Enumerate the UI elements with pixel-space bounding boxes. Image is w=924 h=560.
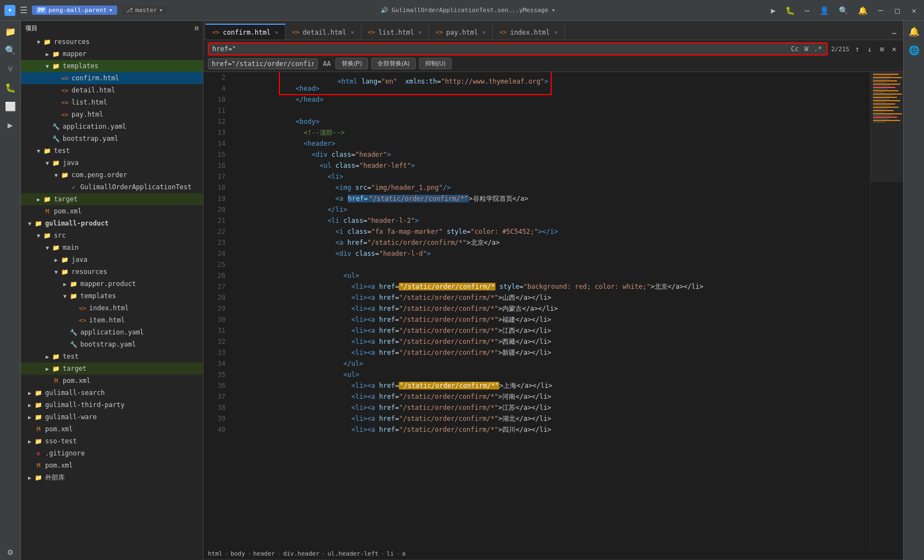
run-button[interactable]: ▶ <box>769 5 778 16</box>
tree-item-product-src[interactable]: ▼ 📁 src <box>21 229 203 241</box>
tree-item-gulimall-third-party[interactable]: ▶ 📁 gulimall-third-party <box>21 399 203 411</box>
tree-item-product-target[interactable]: ▶ 📁 target <box>21 363 203 375</box>
tree-item-resources[interactable]: ▼ 📁 resources <box>21 36 203 48</box>
breadcrumb-ul-header-left[interactable]: ul.header-left <box>327 550 378 557</box>
replace-preserve-case-icon[interactable]: AA <box>321 59 332 68</box>
find-prev-button[interactable]: ↑ <box>853 43 861 54</box>
search-titlebar-icon[interactable]: 🔍 <box>837 5 850 16</box>
tab-index-html[interactable]: <> index.html ✕ <box>493 24 565 40</box>
debug-button[interactable]: 🐛 <box>783 5 797 16</box>
breadcrumb-body[interactable]: body <box>230 550 245 557</box>
tree-item-test[interactable]: ▼ 📁 test <box>21 145 203 157</box>
tree-item-bootstrap-yaml[interactable]: ▶ 🔧 bootstrap.yaml <box>21 133 203 145</box>
activity-extensions[interactable]: ⬜ <box>2 98 19 114</box>
tab-close-button[interactable]: ✕ <box>419 29 422 35</box>
regex-icon[interactable]: .* <box>812 45 823 53</box>
tab-detail-html[interactable]: <> detail.html ✕ <box>285 24 361 40</box>
breadcrumb-header[interactable]: header <box>253 550 275 557</box>
tree-item-product-pom[interactable]: ▶ M pom.xml <box>21 375 203 387</box>
tab-close-button[interactable]: ✕ <box>351 29 354 35</box>
tree-item-templates[interactable]: ▼ 📁 templates <box>21 60 203 72</box>
activity-run[interactable]: ▶ <box>2 117 19 133</box>
tree-item-pom-xml[interactable]: ▶ M pom.xml <box>21 205 203 217</box>
tree-item-gulimall-search[interactable]: ▶ 📁 gulimall-search <box>21 387 203 399</box>
tree-item-confirm-html[interactable]: ▶ <> confirm.html <box>21 72 203 84</box>
tree-item-gulimall-ware[interactable]: ▶ 📁 gulimall-ware <box>21 411 203 423</box>
tab-close-button[interactable]: ✕ <box>275 29 278 35</box>
tree-item-product-app-yaml[interactable]: ▶ 🔧 application.yaml <box>21 326 203 338</box>
activity-settings[interactable]: ⚙ <box>2 543 19 560</box>
tree-item-root-pom[interactable]: ▶ M pom.xml <box>21 423 203 435</box>
tab-confirm-html[interactable]: <> confirm.html ✕ <box>206 24 285 40</box>
tree-item-mapper[interactable]: ▶ 📁 mapper <box>21 48 203 60</box>
tree-item-product-java[interactable]: ▶ 📁 java <box>21 254 203 266</box>
tree-item-detail-html[interactable]: ▶ <> detail.html <box>21 84 203 96</box>
tree-item-product-test[interactable]: ▶ 📁 test <box>21 350 203 363</box>
tree-item-product-boot-yaml[interactable]: ▶ 🔧 bootstrap.yaml <box>21 338 203 350</box>
right-sidebar-remote[interactable]: 🌐 <box>906 42 922 58</box>
tree-item-com-peng-order[interactable]: ▼ 📁 com.peng.order <box>21 169 203 181</box>
tab-overflow-button[interactable]: ⋯ <box>888 26 901 40</box>
replace-input[interactable] <box>212 60 314 68</box>
tab-list-html[interactable]: <> list.html ✕ <box>361 24 429 40</box>
folder-icon: 📁 <box>52 51 61 58</box>
tree-item-gitignore[interactable]: ▶ ⊘ .gitignore <box>21 447 203 459</box>
activity-git[interactable]: ⑂ <box>2 61 19 77</box>
tree-item-list-html[interactable]: ▶ <> list.html <box>21 96 203 108</box>
folder-icon: 📁 <box>61 268 69 276</box>
breadcrumb-li[interactable]: li <box>387 550 394 557</box>
tree-item-item-html[interactable]: ▶ <> item.html <box>21 314 203 326</box>
tab-pay-html[interactable]: <> pay.html ✕ <box>429 24 493 40</box>
tree-item-product-main[interactable]: ▼ 📁 main <box>21 241 203 254</box>
breadcrumb-html[interactable]: html <box>208 550 223 557</box>
expand-icon: ▼ <box>52 172 61 178</box>
titlebar-center: 🔊 GulimallOrderApplicationTest.sen...yMe… <box>172 7 765 14</box>
tree-item-product-templates[interactable]: ▼ 📁 templates <box>21 290 203 302</box>
notifications-icon[interactable]: 🔔 <box>856 5 870 16</box>
find-options-button[interactable]: ≡ <box>877 43 886 54</box>
breadcrumb-divheader[interactable]: div.header <box>283 550 320 557</box>
tab-close-button[interactable]: ✕ <box>554 29 558 35</box>
breadcrumb-a[interactable]: a <box>402 550 406 557</box>
code-editor[interactable]: 2 <html lang="en" xmlns:th="http://www.t… <box>204 72 870 548</box>
tree-item-application-yaml[interactable]: ▶ 🔧 application.yaml <box>21 120 203 133</box>
tab-close-button[interactable]: ✕ <box>482 29 486 35</box>
activity-search[interactable]: 🔍 <box>2 42 19 58</box>
whole-word-icon[interactable]: W <box>802 45 810 53</box>
main-layout: 📁 🔍 ⑂ 🐛 ⬜ ▶ ⚙ 项目 ⊟ ▼ 📁 resources ▶ 📁 map… <box>0 21 924 560</box>
hamburger-menu[interactable]: ☰ <box>20 5 28 15</box>
project-pill[interactable]: PP peng-mall-parent ▾ <box>32 6 117 15</box>
folder-icon: 📁 <box>34 389 43 397</box>
tree-item-product-resources[interactable]: ▼ 📁 resources <box>21 266 203 278</box>
activity-explorer[interactable]: 📁 <box>2 23 19 40</box>
more-actions-button[interactable]: ⋯ <box>802 5 811 16</box>
branch-pill[interactable]: ⎇ master ▾ <box>122 6 167 15</box>
tree-item-java[interactable]: ▼ 📁 java <box>21 157 203 169</box>
minimize-button[interactable]: ─ <box>875 5 886 16</box>
close-button[interactable]: ✕ <box>909 5 920 16</box>
activity-debug[interactable]: 🐛 <box>2 79 19 96</box>
replace-one-button[interactable]: 替换(P) <box>336 58 368 69</box>
find-input[interactable] <box>212 45 787 53</box>
tree-item-external-libs[interactable]: ▶ 📁 外部库 <box>21 471 203 484</box>
replace-all-button[interactable]: 全部替换(A) <box>371 58 416 69</box>
search-close-button[interactable]: ✕ <box>890 43 899 54</box>
tree-item-root-pom2[interactable]: ▶ M pom.xml <box>21 459 203 471</box>
tree-item-index-html[interactable]: ▶ <> index.html <box>21 302 203 314</box>
tree-item-sso-test[interactable]: ▶ 📁 sso-test <box>21 435 203 447</box>
user-icon[interactable]: 👤 <box>817 5 831 16</box>
tree-item-gulimall-product[interactable]: ▼ 📁 gulimall-product <box>21 217 203 229</box>
maximize-button[interactable]: □ <box>892 5 903 16</box>
find-next-button[interactable]: ↓ <box>865 43 874 54</box>
tree-item-gulimall-order-test[interactable]: ▶ ✓ GulimallOrderApplicationTest <box>21 181 203 193</box>
right-sidebar-notifications[interactable]: 🔔 <box>906 23 922 40</box>
replace-cancel-button[interactable]: 抑制(U) <box>419 58 452 69</box>
match-case-icon[interactable]: Cc <box>789 45 800 53</box>
filetree-collapse-all[interactable]: ⊟ <box>195 25 199 32</box>
filetree-header: 项目 ⊟ <box>21 21 203 36</box>
tree-item-target[interactable]: ▶ 📁 target <box>21 193 203 205</box>
tree-item-pay-html[interactable]: ▶ <> pay.html <box>21 108 203 120</box>
tree-item-mapper-product[interactable]: ▶ 📁 mapper.product <box>21 278 203 290</box>
expand-icon: ▶ <box>43 354 52 360</box>
minimap[interactable] <box>870 72 903 548</box>
